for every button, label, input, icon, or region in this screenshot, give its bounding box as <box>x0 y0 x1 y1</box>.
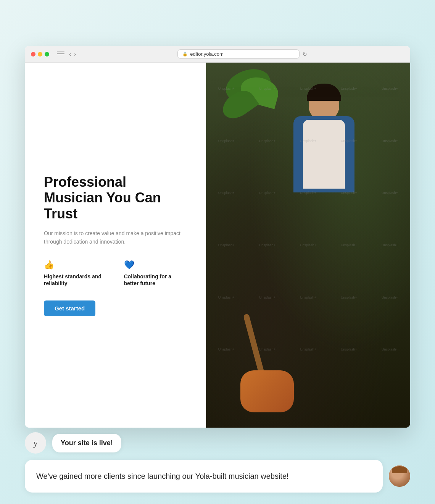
watermark-3: Unsplash+ <box>288 63 329 115</box>
watermark-29: Unsplash+ <box>329 323 369 376</box>
chat-bubble-2: We've gained more clients since launchin… <box>25 460 383 493</box>
watermark-24: Unsplash+ <box>329 271 369 323</box>
watermark-13: Unsplash+ <box>288 167 329 219</box>
hero-title: Professional Musician You Can Trust <box>44 174 187 221</box>
watermark-26: Unsplash+ <box>206 323 247 376</box>
watermark-14: Unsplash+ <box>329 167 369 219</box>
features-row: 👍 Highest standards and reliability 💙 Co… <box>44 260 187 287</box>
watermark-11: Unsplash+ <box>206 167 247 219</box>
browser-content: Professional Musician You Can Trust Our … <box>25 63 410 428</box>
watermark-21: Unsplash+ <box>206 271 247 323</box>
watermark-25: Unsplash+ <box>369 271 410 323</box>
hero-image: Unsplash+ Unsplash+ Unsplash+ Unsplash+ … <box>206 63 410 428</box>
hero-left-panel: Professional Musician You Can Trust Our … <box>25 63 206 428</box>
watermark-5: Unsplash+ <box>369 63 410 115</box>
watermark-7: Unsplash+ <box>247 115 288 167</box>
watermark-18: Unsplash+ <box>288 219 329 271</box>
nav-buttons: ‹ › <box>69 51 76 58</box>
maximize-button[interactable] <box>45 52 49 57</box>
watermark-28: Unsplash+ <box>288 323 329 376</box>
watermark-30: Unsplash+ <box>369 323 410 376</box>
watermark-15: Unsplash+ <box>369 167 410 219</box>
reload-button[interactable]: ↻ <box>303 51 307 57</box>
hero-description: Our mission is to create value and make … <box>44 229 187 246</box>
hero-image-panel: Unsplash+ Unsplash+ Unsplash+ Unsplash+ … <box>206 63 410 428</box>
back-button[interactable]: ‹ <box>69 51 71 58</box>
feature-item-1: 👍 Highest standards and reliability <box>44 260 109 287</box>
browser-titlebar: ‹ › 🔒 editor.yola.com ↻ <box>25 46 410 63</box>
user-avatar-image <box>389 465 410 487</box>
heart-icon: 💙 <box>124 260 187 270</box>
minimize-button[interactable] <box>38 52 42 57</box>
watermark-1: Unsplash+ <box>206 63 247 115</box>
watermark-10: Unsplash+ <box>369 115 410 167</box>
watermark-12: Unsplash+ <box>247 167 288 219</box>
watermark-overlay: Unsplash+ Unsplash+ Unsplash+ Unsplash+ … <box>206 63 410 428</box>
watermark-17: Unsplash+ <box>247 219 288 271</box>
user-avatar-hair <box>392 466 407 473</box>
feature-label-1: Highest standards and reliability <box>44 273 109 287</box>
watermark-9: Unsplash+ <box>329 115 369 167</box>
watermark-27: Unsplash+ <box>247 323 288 376</box>
watermark-8: Unsplash+ <box>288 115 329 167</box>
chat-bubble-row-2: We've gained more clients since launchin… <box>25 460 410 493</box>
browser-window: ‹ › 🔒 editor.yola.com ↻ Professional Mus… <box>25 46 410 428</box>
watermark-19: Unsplash+ <box>329 219 369 271</box>
chat-bubble-row-1: y Your site is live! <box>25 432 410 454</box>
watermark-4: Unsplash+ <box>329 63 369 115</box>
feature-item-2: 💙 Collaborating for a better future <box>124 260 187 287</box>
get-started-button[interactable]: Get started <box>44 300 95 316</box>
watermark-16: Unsplash+ <box>206 219 247 271</box>
forward-button[interactable]: › <box>74 51 76 58</box>
watermark-20: Unsplash+ <box>369 219 410 271</box>
address-bar-wrapper: 🔒 editor.yola.com ↻ <box>81 49 404 59</box>
watermark-2: Unsplash+ <box>247 63 288 115</box>
watermark-22: Unsplash+ <box>247 271 288 323</box>
watermark-23: Unsplash+ <box>288 271 329 323</box>
feature-label-2: Collaborating for a better future <box>124 273 187 287</box>
lock-icon: 🔒 <box>182 52 188 57</box>
sidebar-toggle-icon[interactable] <box>57 52 64 57</box>
close-button[interactable] <box>31 52 35 57</box>
watermark-6: Unsplash+ <box>206 115 247 167</box>
url-text: editor.yola.com <box>190 51 223 57</box>
chat-section: y Your site is live! We've gained more c… <box>25 432 410 493</box>
chat-bubble-1: Your site is live! <box>52 434 121 452</box>
traffic-lights <box>31 52 49 57</box>
user-avatar <box>389 465 410 487</box>
address-bar[interactable]: 🔒 editor.yola.com <box>177 49 300 59</box>
yola-avatar: y <box>25 432 46 454</box>
thumbs-up-icon: 👍 <box>44 260 109 270</box>
